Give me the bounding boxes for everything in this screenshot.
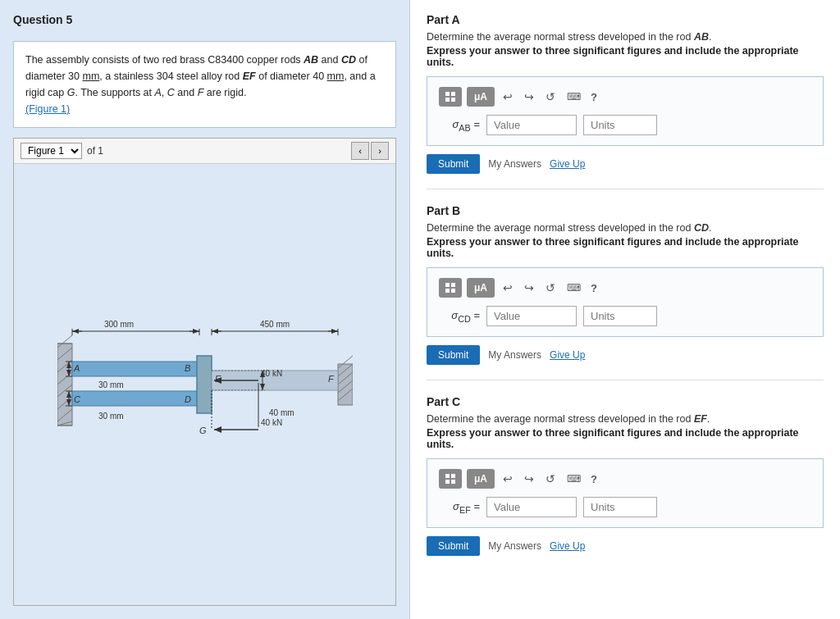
svg-text:A: A — [73, 363, 80, 373]
figure-prev-button[interactable]: ‹ — [351, 142, 369, 160]
problem-text: The assembly consists of two red brass C… — [25, 54, 376, 98]
svg-marker-34 — [212, 329, 218, 334]
svg-rect-79 — [451, 474, 455, 478]
svg-marker-32 — [193, 329, 199, 334]
part-b-action-row: Submit My Answers Give Up — [427, 345, 824, 365]
svg-rect-80 — [445, 480, 450, 484]
svg-rect-72 — [445, 98, 450, 102]
keyboard-button-a[interactable]: ⌨ — [564, 89, 584, 104]
svg-marker-41 — [214, 426, 221, 433]
svg-rect-81 — [451, 480, 455, 484]
mu-button-a[interactable]: μA — [467, 87, 495, 107]
svg-rect-74 — [445, 283, 450, 287]
figure-header: Figure 1 of 1 ‹ › — [14, 139, 395, 164]
part-a-instruction-bold: Express your answer to three significant… — [427, 45, 824, 68]
part-a-answer-box: μA ↩ ↪ ↺ ⌨ ? σAB = — [427, 76, 824, 146]
part-b-value-input[interactable] — [486, 306, 577, 326]
part-c-value-input[interactable] — [486, 497, 577, 517]
undo-button-a[interactable]: ↩ — [500, 89, 516, 105]
part-c-toolbar: μA ↩ ↪ ↺ ⌨ ? — [439, 469, 811, 489]
part-c-title: Part C — [427, 395, 824, 408]
figure-diagram: 300 mm 450 mm 40 kN — [57, 294, 353, 475]
part-c-instruction-bold: Express your answer to three significant… — [427, 427, 824, 450]
figure-nav: ‹ › — [351, 142, 389, 160]
part-b-answer-box: μA ↩ ↪ ↺ ⌨ ? σCD = — [427, 267, 824, 337]
figure-select[interactable]: Figure 1 — [21, 143, 82, 159]
part-c-input-row: σEF = — [439, 497, 811, 517]
svg-text:B: B — [185, 363, 190, 373]
svg-text:E: E — [215, 374, 221, 384]
redo-button-a[interactable]: ↪ — [521, 89, 537, 105]
grid-icon-button-c[interactable] — [439, 469, 462, 489]
left-panel: Question 5 The assembly consists of two … — [0, 0, 410, 619]
mu-button-c[interactable]: μA — [467, 469, 495, 489]
svg-rect-19 — [197, 356, 212, 413]
right-panel: Part A Determine the average normal stre… — [410, 0, 840, 619]
mu-button-b[interactable]: μA — [467, 278, 495, 298]
part-a-action-row: Submit My Answers Give Up — [427, 154, 824, 174]
svg-rect-78 — [445, 474, 450, 478]
problem-box: The assembly consists of two red brass C… — [13, 41, 396, 128]
part-c-units-input[interactable] — [583, 497, 657, 517]
svg-text:40 mm: 40 mm — [269, 408, 294, 417]
svg-rect-75 — [451, 283, 455, 287]
keyboard-button-b[interactable]: ⌨ — [564, 280, 584, 295]
help-button-b[interactable]: ? — [591, 282, 597, 294]
part-b-var-label: σCD = — [439, 309, 480, 324]
part-c-action-row: Submit My Answers Give Up — [427, 536, 824, 556]
part-a-my-answers[interactable]: My Answers — [488, 158, 541, 170]
refresh-button-b[interactable]: ↺ — [542, 280, 559, 296]
svg-text:300 mm: 300 mm — [103, 320, 133, 329]
part-c-give-up[interactable]: Give Up — [550, 540, 585, 552]
svg-rect-17 — [72, 362, 199, 376]
svg-text:G: G — [199, 426, 207, 435]
svg-marker-30 — [72, 329, 79, 334]
svg-rect-77 — [451, 289, 455, 293]
figure-link[interactable]: (Figure 1) — [25, 103, 70, 115]
part-b-instruction-bold: Express your answer to three significant… — [427, 236, 824, 259]
undo-button-c[interactable]: ↩ — [500, 471, 516, 487]
part-b-give-up[interactable]: Give Up — [550, 349, 585, 361]
figure-container: Figure 1 of 1 ‹ › — [13, 138, 396, 606]
grid-icon-button-a[interactable] — [439, 87, 462, 107]
part-a-instruction: Determine the average normal stress deve… — [427, 31, 824, 43]
help-button-c[interactable]: ? — [591, 473, 597, 485]
part-b-input-row: σCD = — [439, 306, 811, 326]
figure-of: of 1 — [87, 145, 103, 157]
part-a-units-input[interactable] — [583, 115, 657, 135]
svg-text:40 kN: 40 kN — [261, 418, 282, 427]
part-c-submit-button[interactable]: Submit — [427, 536, 480, 556]
help-button-a[interactable]: ? — [591, 91, 597, 103]
svg-text:30 mm: 30 mm — [98, 412, 124, 421]
question-title: Question 5 — [13, 13, 396, 26]
part-b-units-input[interactable] — [583, 306, 657, 326]
keyboard-button-c[interactable]: ⌨ — [564, 471, 584, 486]
figure-next-button[interactable]: › — [371, 142, 389, 160]
refresh-button-a[interactable]: ↺ — [542, 89, 559, 105]
part-a-value-input[interactable] — [486, 115, 577, 135]
part-c-my-answers[interactable]: My Answers — [488, 540, 541, 552]
redo-button-b[interactable]: ↪ — [521, 280, 537, 296]
svg-rect-73 — [451, 98, 455, 102]
part-a-section: Part A Determine the average normal stre… — [427, 13, 824, 189]
figure-body: 300 mm 450 mm 40 kN — [14, 164, 395, 605]
part-c-answer-box: μA ↩ ↪ ↺ ⌨ ? σEF = — [427, 458, 824, 528]
part-b-my-answers[interactable]: My Answers — [488, 349, 541, 361]
svg-text:450 mm: 450 mm — [259, 320, 289, 329]
part-b-submit-button[interactable]: Submit — [427, 345, 480, 365]
part-b-toolbar: μA ↩ ↪ ↺ ⌨ ? — [439, 278, 811, 298]
grid-icon-button-b[interactable] — [439, 278, 462, 298]
svg-rect-0 — [57, 344, 72, 426]
part-c-instruction: Determine the average normal stress deve… — [427, 413, 824, 425]
undo-button-b[interactable]: ↩ — [500, 280, 516, 296]
part-a-input-row: σAB = — [439, 115, 811, 135]
part-a-give-up[interactable]: Give Up — [550, 158, 585, 170]
part-a-submit-button[interactable]: Submit — [427, 154, 480, 174]
refresh-button-c[interactable]: ↺ — [542, 471, 559, 487]
redo-button-c[interactable]: ↪ — [521, 471, 537, 487]
svg-rect-71 — [451, 92, 455, 96]
part-a-toolbar: μA ↩ ↪ ↺ ⌨ ? — [439, 87, 811, 107]
svg-marker-36 — [331, 329, 338, 334]
part-a-var-label: σAB = — [439, 118, 480, 133]
svg-text:30 mm: 30 mm — [98, 380, 124, 389]
